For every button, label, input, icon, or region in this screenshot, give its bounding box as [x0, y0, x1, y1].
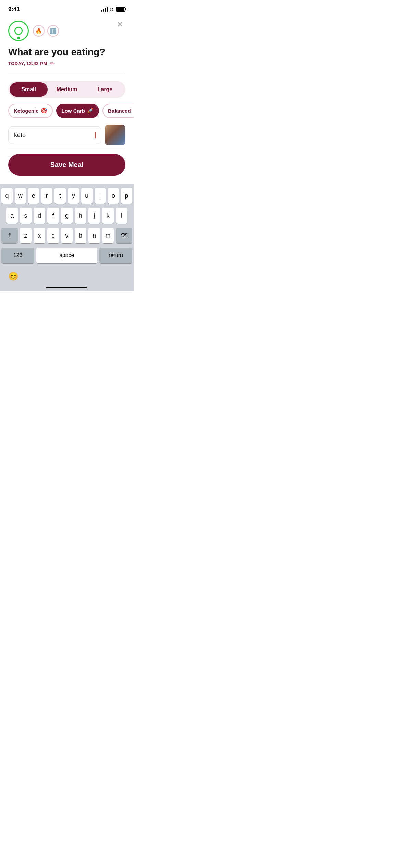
- key-q[interactable]: q: [1, 188, 13, 204]
- avatar-dot: [17, 37, 20, 39]
- key-r[interactable]: r: [41, 188, 52, 204]
- emoji-key[interactable]: 😊: [8, 272, 19, 281]
- close-icon: ✕: [117, 20, 123, 29]
- date-row: TODAY, 12:42 PM ✏: [8, 60, 125, 67]
- lowcarb-label: Low Carb: [62, 108, 85, 114]
- close-button[interactable]: ✕: [114, 19, 125, 30]
- diet-selector: Ketogenic 🎯 Low Carb 🚀 Balanced ⚡: [8, 104, 125, 118]
- keyboard-row-3: ⇧ z x c v b n m ⌫: [1, 228, 132, 243]
- ketogenic-label: Ketogenic: [14, 108, 39, 114]
- status-bar: 9:41 ⊜: [0, 0, 134, 16]
- key-g[interactable]: g: [61, 208, 73, 224]
- delete-key[interactable]: ⌫: [116, 228, 132, 243]
- search-input-wrap[interactable]: keto: [8, 126, 101, 144]
- thumbnail-image: [105, 125, 125, 145]
- save-area: Save Meal: [8, 154, 125, 176]
- key-f[interactable]: f: [47, 208, 59, 224]
- keyboard-row-4: 123 space return: [1, 248, 132, 263]
- key-z[interactable]: z: [20, 228, 32, 243]
- diet-ketogenic-button[interactable]: Ketogenic 🎯: [8, 104, 53, 118]
- return-key[interactable]: return: [99, 248, 132, 263]
- key-p[interactable]: p: [121, 188, 132, 204]
- diet-balanced-button[interactable]: Balanced ⚡: [102, 104, 134, 118]
- shift-key[interactable]: ⇧: [1, 228, 18, 243]
- diet-lowcarb-button[interactable]: Low Carb 🚀: [56, 104, 99, 118]
- key-x[interactable]: x: [34, 228, 45, 243]
- key-h[interactable]: h: [75, 208, 86, 224]
- lowcarb-icon: 🚀: [87, 108, 94, 114]
- key-n[interactable]: n: [88, 228, 100, 243]
- search-area: keto: [8, 125, 125, 145]
- balanced-icon: ⚡: [133, 108, 134, 114]
- text-cursor: [95, 132, 96, 138]
- size-small-button[interactable]: Small: [10, 82, 48, 97]
- info-badge-button[interactable]: ℹ️: [47, 25, 59, 37]
- key-e[interactable]: e: [28, 188, 39, 204]
- avatar: [8, 21, 29, 41]
- save-meal-button[interactable]: Save Meal: [8, 154, 125, 176]
- key-u[interactable]: u: [81, 188, 93, 204]
- key-k[interactable]: k: [102, 208, 114, 224]
- date-label: TODAY, 12:42 PM: [8, 61, 47, 66]
- key-a[interactable]: a: [6, 208, 18, 224]
- key-m[interactable]: m: [102, 228, 114, 243]
- space-key[interactable]: space: [36, 248, 97, 263]
- key-v[interactable]: v: [61, 228, 73, 243]
- bottom-bar: 😊: [0, 269, 134, 287]
- key-j[interactable]: j: [88, 208, 100, 224]
- ketogenic-icon: 🎯: [41, 108, 47, 114]
- status-time: 9:41: [8, 6, 20, 13]
- info-icon: ℹ️: [50, 28, 57, 34]
- header-area: 🔥 ℹ️ What are you eating? TODAY, 12:42 P…: [0, 16, 134, 67]
- size-large-button[interactable]: Large: [86, 82, 124, 97]
- key-d[interactable]: d: [34, 208, 45, 224]
- keyboard: q w e r t y u i o p a s d f g h j k l ⇧ …: [0, 184, 134, 269]
- avatar-ring: [14, 27, 23, 35]
- keyboard-row-1: q w e r t y u i o p: [1, 188, 132, 204]
- numbers-key[interactable]: 123: [1, 248, 34, 263]
- key-s[interactable]: s: [20, 208, 32, 224]
- wifi-icon: ⊜: [110, 7, 114, 12]
- key-i[interactable]: i: [95, 188, 106, 204]
- balanced-label: Balanced: [108, 108, 131, 114]
- divider-bottom: [8, 148, 125, 148]
- size-medium-button[interactable]: Medium: [48, 82, 86, 97]
- home-indicator: [46, 287, 87, 288]
- fire-badge-button[interactable]: 🔥: [33, 25, 45, 37]
- keyboard-row-2: a s d f g h j k l: [1, 208, 132, 224]
- key-c[interactable]: c: [47, 228, 59, 243]
- key-l[interactable]: l: [116, 208, 127, 224]
- avatar-row: 🔥 ℹ️: [8, 21, 125, 41]
- key-o[interactable]: o: [108, 188, 119, 204]
- home-indicator-area: [0, 287, 134, 291]
- status-icons: ⊜: [101, 7, 125, 12]
- edit-icon[interactable]: ✏: [50, 60, 54, 67]
- search-text: keto: [14, 132, 95, 139]
- fire-icon: 🔥: [35, 28, 42, 34]
- key-w[interactable]: w: [15, 188, 26, 204]
- battery-icon: [116, 7, 125, 12]
- key-y[interactable]: y: [68, 188, 79, 204]
- divider-top: [8, 74, 125, 74]
- page-title: What are you eating?: [8, 47, 125, 58]
- badge-row: 🔥 ℹ️: [33, 25, 59, 37]
- food-thumbnail[interactable]: [105, 125, 125, 145]
- key-t[interactable]: t: [54, 188, 66, 204]
- key-b[interactable]: b: [75, 228, 86, 243]
- size-selector: Small Medium Large: [8, 81, 125, 98]
- signal-icon: [101, 7, 108, 12]
